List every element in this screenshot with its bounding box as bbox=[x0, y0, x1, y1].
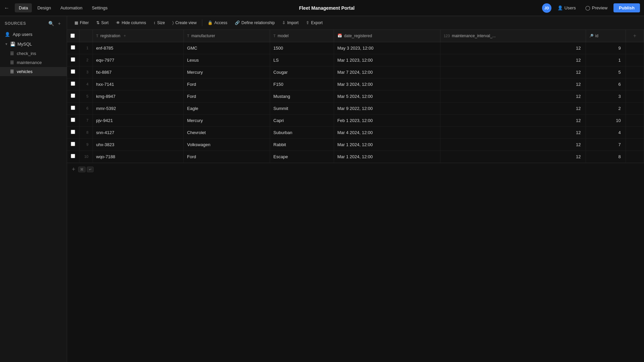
toolbar-divider bbox=[202, 19, 202, 26]
row-checkbox-cell bbox=[67, 102, 79, 114]
sidebar-item-maintenance[interactable]: ☰ maintenance bbox=[0, 58, 67, 67]
cell-id: 10 bbox=[586, 114, 626, 126]
avatar: JD bbox=[542, 3, 551, 13]
table-row[interactable]: 4 hxx-7141 Ford F150 Mar 3 2024, 12:00 1… bbox=[67, 78, 644, 90]
filter-button[interactable]: ▦ Filter bbox=[71, 19, 92, 27]
cell-registration: snn-4127 bbox=[93, 126, 183, 138]
db-icon: 💾 bbox=[10, 42, 15, 47]
row-checkbox[interactable] bbox=[71, 81, 75, 86]
row-checkbox[interactable] bbox=[71, 57, 75, 62]
row-number: 8 bbox=[79, 126, 93, 138]
cell-date-registered: Mar 4 2024, 12:00 bbox=[334, 126, 440, 138]
row-checkbox-cell bbox=[67, 150, 79, 163]
table-row[interactable]: 10 wqo-7188 Ford Escape Mar 1 2024, 12:0… bbox=[67, 150, 644, 163]
cell-model: F150 bbox=[270, 78, 334, 90]
cell-manufacturer: Ford bbox=[183, 78, 270, 90]
publish-button[interactable]: Publish bbox=[613, 3, 640, 12]
cell-id: 6 bbox=[586, 78, 626, 90]
row-checkbox[interactable] bbox=[71, 118, 75, 122]
hide-columns-button[interactable]: 👁 Hide columns bbox=[113, 19, 150, 27]
table-row[interactable]: 1 enf-8785 GMC 1500 May 3 2023, 12:00 12… bbox=[67, 42, 644, 54]
col-header-rownum bbox=[79, 30, 93, 42]
nav-design[interactable]: Design bbox=[33, 3, 55, 12]
table-row[interactable]: 9 uhx-3823 Volkswagen Rabbit Mar 1 2024,… bbox=[67, 138, 644, 150]
preview-button[interactable]: ◯ Preview bbox=[582, 4, 611, 12]
col-header-maintenance[interactable]: 123 maintenance_interval_... bbox=[440, 30, 586, 42]
sidebar-item-check-ins[interactable]: ☰ check_ins bbox=[0, 49, 67, 58]
cell-date-registered: Mar 5 2024, 12:00 bbox=[334, 90, 440, 102]
create-view-button[interactable]: 〉 Create view bbox=[169, 19, 200, 27]
col-header-manufacturer[interactable]: T manufacturer bbox=[183, 30, 270, 42]
users-button[interactable]: 👤 Users bbox=[554, 4, 579, 12]
access-button[interactable]: 🔒 Access bbox=[204, 19, 231, 27]
col-header-registration[interactable]: T registration + bbox=[93, 30, 183, 42]
row-checkbox[interactable] bbox=[71, 154, 75, 158]
sort-button[interactable]: ⇅ Sort bbox=[93, 19, 112, 27]
checkbox-col-header bbox=[67, 30, 79, 42]
row-checkbox-cell bbox=[67, 138, 79, 150]
import-button[interactable]: ⇩ Import bbox=[279, 19, 302, 27]
cell-maintenance-interval: 12 bbox=[440, 54, 586, 66]
cell-registration: uhx-3823 bbox=[93, 138, 183, 150]
row-checkbox[interactable] bbox=[71, 69, 75, 74]
cell-manufacturer: Ford bbox=[183, 150, 270, 163]
sort-label: Sort bbox=[101, 20, 109, 25]
row-checkbox[interactable] bbox=[71, 106, 75, 110]
table-row[interactable]: 2 eqv-7977 Lexus LS Mar 1 2023, 12:00 12… bbox=[67, 54, 644, 66]
table-container: T registration + T manufacturer bbox=[67, 30, 644, 362]
cell-extra bbox=[626, 150, 644, 163]
define-relationship-label: Define relationship bbox=[241, 20, 275, 25]
access-label: Access bbox=[214, 20, 227, 25]
nav-data[interactable]: Data bbox=[15, 3, 32, 12]
table-row[interactable]: 7 pjv-9421 Mercury Capri Feb 1 2023, 12:… bbox=[67, 114, 644, 126]
sidebar-add-button[interactable]: + bbox=[57, 20, 62, 27]
col-header-date-registered[interactable]: 📅 date_registered bbox=[334, 30, 440, 42]
table-row[interactable]: 8 snn-4127 Chevrolet Suburban Mar 4 2024… bbox=[67, 126, 644, 138]
row-checkbox-cell bbox=[67, 126, 79, 138]
export-button[interactable]: ⇧ Export bbox=[303, 19, 326, 27]
cell-extra bbox=[626, 114, 644, 126]
row-checkbox[interactable] bbox=[71, 94, 75, 98]
size-button[interactable]: ↕ Size bbox=[150, 19, 168, 27]
users-icon: 👤 bbox=[557, 5, 563, 10]
table-row[interactable]: 6 mmr-5392 Eagle Summit Mar 9 2022, 12:0… bbox=[67, 102, 644, 114]
kbd-cmd: ⌘ bbox=[78, 167, 86, 172]
col-header-id[interactable]: 🔎 id bbox=[586, 30, 626, 42]
add-column-button[interactable]: + bbox=[629, 33, 640, 39]
nav-settings[interactable]: Settings bbox=[88, 3, 112, 12]
sidebar-group-mysql[interactable]: ▼ 💾 MySQL bbox=[0, 39, 67, 49]
add-row-button[interactable]: + bbox=[72, 166, 75, 173]
add-column-header[interactable]: + bbox=[626, 30, 644, 42]
cell-extra bbox=[626, 90, 644, 102]
table-row[interactable]: 3 fxi-8867 Mercury Cougar Mar 7 2024, 12… bbox=[67, 66, 644, 78]
cell-model: LS bbox=[270, 54, 334, 66]
toolbar: ▦ Filter ⇅ Sort 👁 Hide columns ↕ Size 〉 … bbox=[67, 16, 644, 30]
cell-extra bbox=[626, 42, 644, 54]
cell-extra bbox=[626, 126, 644, 138]
sort-icon: ⇅ bbox=[96, 20, 100, 25]
nav-links: Data Design Automation Settings bbox=[15, 3, 112, 12]
col-label-id: id bbox=[595, 34, 598, 38]
add-col-icon[interactable]: + bbox=[124, 34, 126, 38]
sidebar-search-button[interactable]: 🔍 bbox=[47, 20, 55, 27]
back-button[interactable]: ← bbox=[4, 5, 9, 11]
row-checkbox[interactable] bbox=[71, 130, 75, 134]
row-checkbox[interactable] bbox=[71, 45, 75, 50]
row-number: 7 bbox=[79, 114, 93, 126]
row-checkbox-cell bbox=[67, 54, 79, 66]
table-row[interactable]: 5 kmg-8947 Ford Mustang Mar 5 2024, 12:0… bbox=[67, 90, 644, 102]
table-header-row: T registration + T manufacturer bbox=[67, 30, 644, 42]
select-all-checkbox[interactable] bbox=[70, 34, 75, 38]
define-relationship-button[interactable]: 🔗 Define relationship bbox=[231, 19, 278, 27]
kbd-enter: ↵ bbox=[87, 167, 94, 172]
id-col-icon: 🔎 bbox=[589, 34, 593, 38]
row-number: 6 bbox=[79, 102, 93, 114]
cell-manufacturer: Ford bbox=[183, 90, 270, 102]
sidebar-item-app-users[interactable]: 👤 App users bbox=[0, 29, 67, 39]
row-checkbox[interactable] bbox=[71, 142, 75, 146]
col-header-model[interactable]: T model bbox=[270, 30, 334, 42]
sidebar-item-vehicles[interactable]: ☰ vehicles bbox=[0, 67, 67, 76]
cell-date-registered: Mar 1 2023, 12:00 bbox=[334, 54, 440, 66]
nav-automation[interactable]: Automation bbox=[56, 3, 87, 12]
cell-id: 1 bbox=[586, 54, 626, 66]
